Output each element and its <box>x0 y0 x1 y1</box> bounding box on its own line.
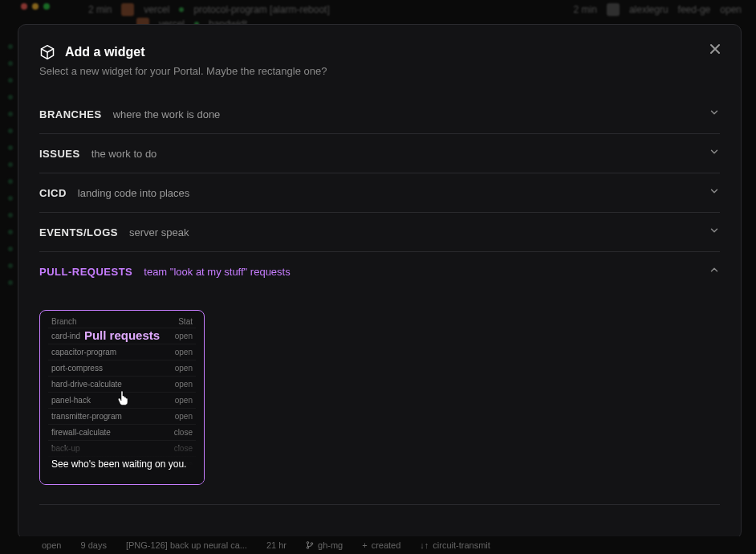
bg-row-1-right: 2 min alexlegru feed-ge open <box>574 3 742 16</box>
bottom-circuit[interactable]: ↓↑ circuit-transmit <box>420 540 490 550</box>
chevron-down-icon <box>709 107 720 121</box>
modal-subtitle: Select a new widget for your Portal. May… <box>39 65 720 77</box>
table-row: hard-drive-calculateopen <box>48 376 196 392</box>
table-row: port-compressopen <box>48 360 196 376</box>
section-branches[interactable]: BRANCHES where the work is done <box>39 95 720 134</box>
table-row: firewall-calculateclose <box>48 424 196 440</box>
section-desc: landing code into places <box>78 187 190 199</box>
add-widget-modal: Add a widget Select a new widget for you… <box>18 24 742 540</box>
section-desc: the work to do <box>91 148 157 160</box>
col-branch: Branch <box>51 317 77 326</box>
section-events-logs[interactable]: EVENTS/LOGS server speak <box>39 213 720 252</box>
bg-time: 2 min <box>88 4 112 15</box>
svg-point-1 <box>307 547 309 549</box>
bottom-bar: open 9 days [PNG-126] back up neural ca.… <box>0 536 756 554</box>
widget-caption: See who's been waiting on you. <box>40 446 204 484</box>
svg-point-2 <box>311 543 313 545</box>
section-issues[interactable]: ISSUES the work to do <box>39 134 720 173</box>
bg-row-1: 2 min vercel protocol-program [alarm-reb… <box>88 3 330 16</box>
sort-icon: ↓↑ <box>420 540 429 550</box>
col-status: Stat <box>178 317 193 326</box>
bottom-hrs: 21 hr <box>266 540 287 550</box>
chevron-up-icon <box>709 264 720 279</box>
modal-title: Add a widget <box>65 45 145 59</box>
section-title: EVENTS/LOGS <box>39 226 118 238</box>
window-traffic-lights <box>21 3 50 10</box>
chevron-down-icon <box>709 185 720 200</box>
section-title: ISSUES <box>39 148 80 160</box>
sidebar-dots <box>8 44 13 285</box>
section-title: CICD <box>39 187 67 199</box>
section-pull-requests[interactable]: PULL-REQUESTS team "look at my stuff" re… <box>39 252 720 291</box>
bottom-open: open <box>42 540 61 550</box>
plus-icon: + <box>362 540 367 550</box>
widget-card-pull-requests[interactable]: Pull requests Branch Stat card-indopen c… <box>39 310 205 485</box>
bg-time2: 2 min <box>574 4 597 15</box>
bg-status: open <box>720 4 742 15</box>
section-title: BRANCHES <box>39 108 102 120</box>
table-row: transmitter-programopen <box>48 408 196 424</box>
section-title: PULL-REQUESTS <box>39 266 132 278</box>
avatar <box>121 3 134 16</box>
bg-user: vercel <box>144 4 169 15</box>
bg-user2: alexlegru <box>629 4 669 15</box>
table-header: Branch Stat <box>48 316 196 328</box>
section-desc: team "look at my stuff" requests <box>144 266 290 278</box>
widget-card-title: Pull requests <box>40 328 204 342</box>
bottom-branch[interactable]: gh-mg <box>306 540 343 550</box>
avatar <box>607 3 620 16</box>
bg-repo: protocol-program [alarm-reboot] <box>193 4 329 15</box>
bottom-created[interactable]: + created <box>362 540 400 550</box>
chevron-down-icon <box>709 146 720 161</box>
table-row: capacitor-programopen <box>48 344 196 360</box>
section-desc: server speak <box>129 226 189 238</box>
section-desc: where the work is done <box>113 108 221 120</box>
bottom-days: 9 days <box>80 540 106 550</box>
status-dot <box>179 7 184 12</box>
close-icon <box>709 43 721 58</box>
close-button[interactable] <box>705 41 725 60</box>
svg-point-0 <box>307 542 309 544</box>
branch-icon <box>306 541 314 549</box>
section-cicd[interactable]: CICD landing code into places <box>39 173 720 213</box>
chevron-down-icon <box>709 225 720 239</box>
widget-grid: Pull requests Branch Stat card-indopen c… <box>39 291 720 505</box>
modal-header: Add a widget <box>39 44 720 60</box>
cube-icon <box>39 44 55 60</box>
bottom-pr: [PNG-126] back up neural ca... <box>126 540 247 550</box>
cursor-hand-icon <box>117 391 130 409</box>
bg-tag: feed-ge <box>678 4 711 15</box>
